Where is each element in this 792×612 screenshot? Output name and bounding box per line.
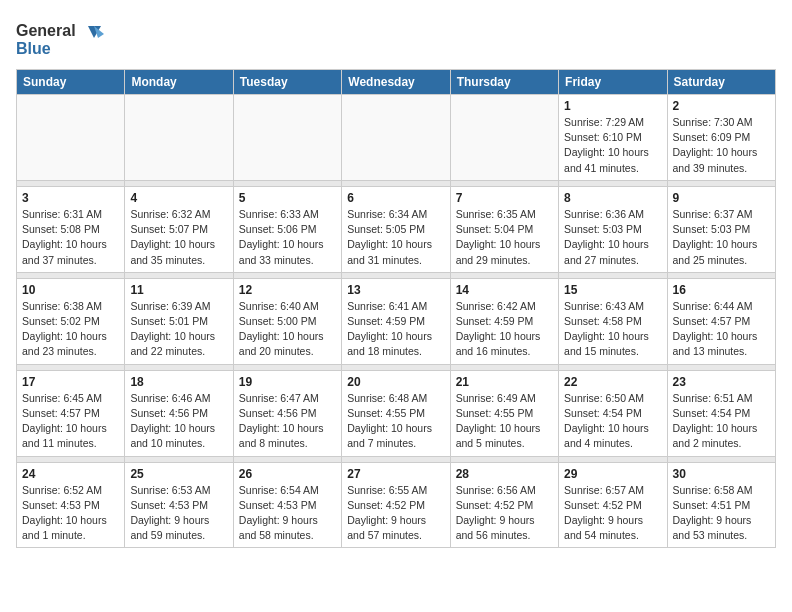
day-detail: Sunrise: 6:40 AM Sunset: 5:00 PM Dayligh…: [239, 299, 336, 360]
logo-icon: General Blue: [16, 16, 106, 61]
day-cell: 11Sunrise: 6:39 AM Sunset: 5:01 PM Dayli…: [125, 278, 233, 364]
day-number: 30: [673, 467, 770, 481]
day-cell: 13Sunrise: 6:41 AM Sunset: 4:59 PM Dayli…: [342, 278, 450, 364]
day-number: 14: [456, 283, 553, 297]
day-cell: 17Sunrise: 6:45 AM Sunset: 4:57 PM Dayli…: [17, 370, 125, 456]
day-detail: Sunrise: 6:51 AM Sunset: 4:54 PM Dayligh…: [673, 391, 770, 452]
day-number: 2: [673, 99, 770, 113]
day-cell: [233, 95, 341, 181]
day-cell: 29Sunrise: 6:57 AM Sunset: 4:52 PM Dayli…: [559, 462, 667, 548]
weekday-header-friday: Friday: [559, 70, 667, 95]
day-cell: 4Sunrise: 6:32 AM Sunset: 5:07 PM Daylig…: [125, 186, 233, 272]
day-number: 7: [456, 191, 553, 205]
day-number: 15: [564, 283, 661, 297]
week-row-2: 3Sunrise: 6:31 AM Sunset: 5:08 PM Daylig…: [17, 186, 776, 272]
day-detail: Sunrise: 6:46 AM Sunset: 4:56 PM Dayligh…: [130, 391, 227, 452]
day-detail: Sunrise: 6:48 AM Sunset: 4:55 PM Dayligh…: [347, 391, 444, 452]
day-cell: 22Sunrise: 6:50 AM Sunset: 4:54 PM Dayli…: [559, 370, 667, 456]
day-detail: Sunrise: 6:44 AM Sunset: 4:57 PM Dayligh…: [673, 299, 770, 360]
day-cell: 20Sunrise: 6:48 AM Sunset: 4:55 PM Dayli…: [342, 370, 450, 456]
weekday-header-row: SundayMondayTuesdayWednesdayThursdayFrid…: [17, 70, 776, 95]
day-detail: Sunrise: 6:57 AM Sunset: 4:52 PM Dayligh…: [564, 483, 661, 544]
day-cell: 25Sunrise: 6:53 AM Sunset: 4:53 PM Dayli…: [125, 462, 233, 548]
day-number: 21: [456, 375, 553, 389]
day-number: 11: [130, 283, 227, 297]
day-detail: Sunrise: 6:36 AM Sunset: 5:03 PM Dayligh…: [564, 207, 661, 268]
day-detail: Sunrise: 6:49 AM Sunset: 4:55 PM Dayligh…: [456, 391, 553, 452]
day-detail: Sunrise: 6:50 AM Sunset: 4:54 PM Dayligh…: [564, 391, 661, 452]
day-cell: 19Sunrise: 6:47 AM Sunset: 4:56 PM Dayli…: [233, 370, 341, 456]
weekday-header-tuesday: Tuesday: [233, 70, 341, 95]
day-detail: Sunrise: 6:32 AM Sunset: 5:07 PM Dayligh…: [130, 207, 227, 268]
day-number: 8: [564, 191, 661, 205]
day-number: 26: [239, 467, 336, 481]
logo: General Blue: [16, 16, 106, 61]
day-cell: 27Sunrise: 6:55 AM Sunset: 4:52 PM Dayli…: [342, 462, 450, 548]
day-cell: 6Sunrise: 6:34 AM Sunset: 5:05 PM Daylig…: [342, 186, 450, 272]
day-cell: 21Sunrise: 6:49 AM Sunset: 4:55 PM Dayli…: [450, 370, 558, 456]
day-detail: Sunrise: 6:52 AM Sunset: 4:53 PM Dayligh…: [22, 483, 119, 544]
day-number: 16: [673, 283, 770, 297]
day-number: 5: [239, 191, 336, 205]
day-detail: Sunrise: 6:38 AM Sunset: 5:02 PM Dayligh…: [22, 299, 119, 360]
day-cell: 8Sunrise: 6:36 AM Sunset: 5:03 PM Daylig…: [559, 186, 667, 272]
weekday-header-saturday: Saturday: [667, 70, 775, 95]
day-number: 23: [673, 375, 770, 389]
day-detail: Sunrise: 6:39 AM Sunset: 5:01 PM Dayligh…: [130, 299, 227, 360]
day-cell: 2Sunrise: 7:30 AM Sunset: 6:09 PM Daylig…: [667, 95, 775, 181]
day-number: 18: [130, 375, 227, 389]
day-detail: Sunrise: 6:34 AM Sunset: 5:05 PM Dayligh…: [347, 207, 444, 268]
day-detail: Sunrise: 6:31 AM Sunset: 5:08 PM Dayligh…: [22, 207, 119, 268]
day-cell: 26Sunrise: 6:54 AM Sunset: 4:53 PM Dayli…: [233, 462, 341, 548]
week-row-1: 1Sunrise: 7:29 AM Sunset: 6:10 PM Daylig…: [17, 95, 776, 181]
day-number: 9: [673, 191, 770, 205]
day-number: 22: [564, 375, 661, 389]
day-cell: 12Sunrise: 6:40 AM Sunset: 5:00 PM Dayli…: [233, 278, 341, 364]
day-cell: 24Sunrise: 6:52 AM Sunset: 4:53 PM Dayli…: [17, 462, 125, 548]
day-number: 3: [22, 191, 119, 205]
calendar: SundayMondayTuesdayWednesdayThursdayFrid…: [16, 69, 776, 548]
day-detail: Sunrise: 7:30 AM Sunset: 6:09 PM Dayligh…: [673, 115, 770, 176]
day-detail: Sunrise: 6:54 AM Sunset: 4:53 PM Dayligh…: [239, 483, 336, 544]
day-number: 28: [456, 467, 553, 481]
weekday-header-monday: Monday: [125, 70, 233, 95]
week-row-3: 10Sunrise: 6:38 AM Sunset: 5:02 PM Dayli…: [17, 278, 776, 364]
day-number: 27: [347, 467, 444, 481]
day-cell: 23Sunrise: 6:51 AM Sunset: 4:54 PM Dayli…: [667, 370, 775, 456]
svg-text:Blue: Blue: [16, 40, 51, 57]
day-number: 12: [239, 283, 336, 297]
day-number: 20: [347, 375, 444, 389]
day-cell: 28Sunrise: 6:56 AM Sunset: 4:52 PM Dayli…: [450, 462, 558, 548]
day-detail: Sunrise: 6:47 AM Sunset: 4:56 PM Dayligh…: [239, 391, 336, 452]
day-cell: 18Sunrise: 6:46 AM Sunset: 4:56 PM Dayli…: [125, 370, 233, 456]
day-number: 6: [347, 191, 444, 205]
day-cell: 10Sunrise: 6:38 AM Sunset: 5:02 PM Dayli…: [17, 278, 125, 364]
day-detail: Sunrise: 6:58 AM Sunset: 4:51 PM Dayligh…: [673, 483, 770, 544]
day-detail: Sunrise: 6:45 AM Sunset: 4:57 PM Dayligh…: [22, 391, 119, 452]
day-detail: Sunrise: 6:43 AM Sunset: 4:58 PM Dayligh…: [564, 299, 661, 360]
week-row-5: 24Sunrise: 6:52 AM Sunset: 4:53 PM Dayli…: [17, 462, 776, 548]
day-cell: [342, 95, 450, 181]
day-number: 29: [564, 467, 661, 481]
day-number: 13: [347, 283, 444, 297]
day-detail: Sunrise: 6:42 AM Sunset: 4:59 PM Dayligh…: [456, 299, 553, 360]
day-number: 17: [22, 375, 119, 389]
day-number: 25: [130, 467, 227, 481]
day-cell: 5Sunrise: 6:33 AM Sunset: 5:06 PM Daylig…: [233, 186, 341, 272]
day-cell: 1Sunrise: 7:29 AM Sunset: 6:10 PM Daylig…: [559, 95, 667, 181]
day-cell: 30Sunrise: 6:58 AM Sunset: 4:51 PM Dayli…: [667, 462, 775, 548]
day-cell: [17, 95, 125, 181]
weekday-header-thursday: Thursday: [450, 70, 558, 95]
day-detail: Sunrise: 6:35 AM Sunset: 5:04 PM Dayligh…: [456, 207, 553, 268]
day-number: 24: [22, 467, 119, 481]
day-detail: Sunrise: 6:53 AM Sunset: 4:53 PM Dayligh…: [130, 483, 227, 544]
week-row-4: 17Sunrise: 6:45 AM Sunset: 4:57 PM Dayli…: [17, 370, 776, 456]
day-cell: 14Sunrise: 6:42 AM Sunset: 4:59 PM Dayli…: [450, 278, 558, 364]
day-cell: 7Sunrise: 6:35 AM Sunset: 5:04 PM Daylig…: [450, 186, 558, 272]
day-cell: 3Sunrise: 6:31 AM Sunset: 5:08 PM Daylig…: [17, 186, 125, 272]
day-detail: Sunrise: 6:55 AM Sunset: 4:52 PM Dayligh…: [347, 483, 444, 544]
svg-text:General: General: [16, 22, 76, 39]
header: General Blue: [16, 16, 776, 61]
day-detail: Sunrise: 6:56 AM Sunset: 4:52 PM Dayligh…: [456, 483, 553, 544]
weekday-header-wednesday: Wednesday: [342, 70, 450, 95]
